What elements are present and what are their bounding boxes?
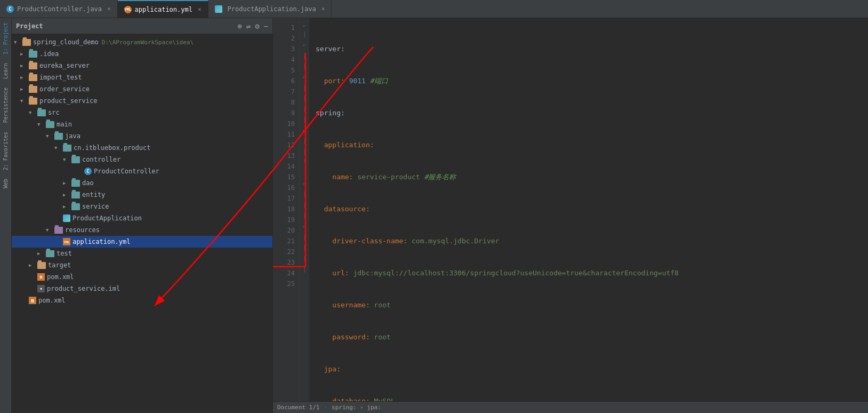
folder-icon — [63, 145, 71, 152]
main-layout: 1: Project Learn Persistence 2: Favorite… — [0, 18, 868, 413]
tab-bar: C ProductController.java × YML applicati… — [0, 0, 868, 18]
editor-area: 12345 678910 1112131415 1617181920 21222… — [273, 18, 868, 413]
tree-src[interactable]: ▼ src — [12, 107, 272, 118]
tree-pom-root[interactable]: ▶ m pom.xml — [12, 295, 272, 306]
root-path: D:\AProgramWorkSpace\idea\ — [102, 39, 194, 46]
status-bar: Document 1/1 › spring: › jpa: — [273, 401, 868, 413]
sidebar-label-learn[interactable]: Learn — [3, 59, 9, 83]
folder-icon — [37, 109, 46, 116]
arrow-icon: ▼ — [46, 133, 54, 139]
tab-close-icon[interactable]: × — [198, 6, 202, 13]
minimize-icon[interactable]: − — [264, 22, 268, 30]
tree-resources[interactable]: ▼ resources — [12, 224, 272, 236]
item-label: cn.itbluebox.product — [74, 144, 151, 152]
tab-close-icon[interactable]: × — [107, 5, 111, 12]
item-label: ProductApplication — [73, 215, 142, 222]
tree-eureka-server[interactable]: ▶ eureka_server — [12, 60, 272, 72]
file-tree: ▼ spring_cloud_demo D:\AProgramWorkSpace… — [12, 34, 272, 413]
tree-service[interactable]: ▶ service — [12, 201, 272, 212]
folder-icon — [22, 39, 31, 46]
tree-entity[interactable]: ▶ entity — [12, 189, 272, 201]
arrow-icon: ▼ — [37, 122, 46, 127]
tree-dao[interactable]: ▶ dao — [12, 177, 272, 189]
item-label: product_service — [39, 97, 97, 105]
folder-icon — [71, 156, 80, 163]
project-header: Project ⊕ ⇌ ⚙ − — [12, 18, 272, 34]
arrow-icon: ▼ — [63, 157, 71, 162]
app-file-icon — [63, 215, 70, 222]
tree-idea[interactable]: ▶ .idea — [12, 48, 272, 60]
tree-target[interactable]: ▶ target — [12, 259, 272, 271]
item-label: application.yml — [73, 238, 130, 245]
code-line-5: name: service-product #服务名称 — [316, 172, 862, 182]
arrow-icon: ▼ — [46, 227, 54, 233]
folder-icon — [29, 98, 37, 105]
tree-product-controller[interactable]: ▶ C ProductController — [12, 165, 272, 177]
arrow-icon: ▶ — [20, 75, 29, 80]
status-sep: › — [324, 404, 327, 411]
tab-productcontroller[interactable]: C ProductController.java × — [0, 0, 118, 18]
line-numbers: 12345 678910 1112131415 1617181920 21222… — [273, 18, 300, 401]
code-line-8: url: jdbc:mysql://localhost:3306/springc… — [316, 268, 862, 279]
tab-productapplication[interactable]: ProductApplication.java × — [208, 0, 332, 18]
tree-java[interactable]: ▼ java — [12, 130, 272, 142]
root-label: spring_cloud_demo — [33, 38, 99, 46]
item-label: order_service — [39, 85, 90, 93]
code-line-12: database: MySQL — [316, 396, 862, 401]
doc-status: Document 1/1 — [277, 404, 319, 411]
tree-product-service[interactable]: ▼ product_service — [12, 95, 272, 107]
layout-icon[interactable]: ⇌ — [246, 22, 251, 30]
item-label: main — [57, 121, 72, 128]
tree-product-application[interactable]: ▶ ProductApplication — [12, 212, 272, 224]
tree-main[interactable]: ▼ main — [12, 118, 272, 130]
tree-cn-itbluebox[interactable]: ▼ cn.itbluebox.product — [12, 142, 272, 154]
arrow-icon: ▼ — [14, 39, 22, 45]
arrow-icon: ▼ — [54, 145, 63, 150]
sidebar-label-project[interactable]: 1: Project — [3, 18, 9, 59]
arrow-icon: ▶ — [29, 263, 37, 268]
tree-import-test[interactable]: ▶ import_test — [12, 72, 272, 83]
tab-close-icon[interactable]: × — [322, 5, 325, 12]
tree-root[interactable]: ▼ spring_cloud_demo D:\AProgramWorkSpace… — [12, 36, 272, 48]
folder-icon — [71, 192, 80, 198]
folder-icon — [71, 203, 80, 210]
tree-pom-product[interactable]: ▶ m pom.xml — [12, 271, 272, 283]
tab-label: ProductController.java — [17, 5, 102, 13]
project-panel: Project ⊕ ⇌ ⚙ − ▼ spring_cloud_demo D:\A… — [12, 18, 273, 413]
sidebar-label-web[interactable]: Web — [3, 174, 9, 193]
tree-controller[interactable]: ▼ controller — [12, 154, 272, 165]
code-line-4: application: — [316, 140, 862, 150]
folder-icon — [46, 250, 54, 257]
project-title: Project — [16, 22, 233, 30]
java-file-icon: C — [84, 168, 92, 175]
folder-icon — [54, 133, 63, 140]
folder-icon — [46, 121, 54, 128]
sidebar-label-favorites[interactable]: 2: Favorites — [3, 128, 9, 174]
item-label: src — [48, 109, 60, 116]
arrow-icon: ▶ — [37, 251, 46, 256]
sidebar-label-persistence[interactable]: Persistence — [3, 83, 9, 127]
code-line-2: port: 9011 #端口 — [316, 76, 862, 86]
app-icon — [215, 5, 222, 13]
item-label: eureka_server — [39, 62, 90, 69]
tab-application-yml[interactable]: YML application.yml × — [118, 0, 208, 18]
item-label: import_test — [39, 74, 82, 81]
arrow-icon: ▶ — [20, 51, 29, 57]
tree-order-service[interactable]: ▶ order_service — [12, 83, 272, 95]
folder-icon — [29, 86, 37, 93]
folder-icon — [71, 180, 80, 187]
left-sidebar: 1: Project Learn Persistence 2: Favorite… — [0, 18, 12, 413]
item-label: resources — [65, 226, 100, 234]
add-icon[interactable]: ⊕ — [237, 22, 242, 30]
tree-application-yml[interactable]: ▶ YML application.yml — [12, 236, 272, 248]
item-label: entity — [82, 191, 105, 198]
tree-test[interactable]: ▶ test — [12, 248, 272, 259]
tree-product-iml[interactable]: ▶ ▪ product_service.iml — [12, 283, 272, 295]
settings-icon[interactable]: ⚙ — [255, 22, 259, 30]
tab-label: application.yml — [135, 6, 192, 13]
item-label: ProductController — [94, 168, 159, 175]
code-line-1: server: — [316, 44, 862, 54]
breadcrumb-status: spring: › jpa: — [332, 404, 381, 411]
code-content[interactable]: server: port: 9011 #端口 spring: applicati… — [309, 18, 868, 401]
yml-icon: YML — [124, 6, 132, 13]
